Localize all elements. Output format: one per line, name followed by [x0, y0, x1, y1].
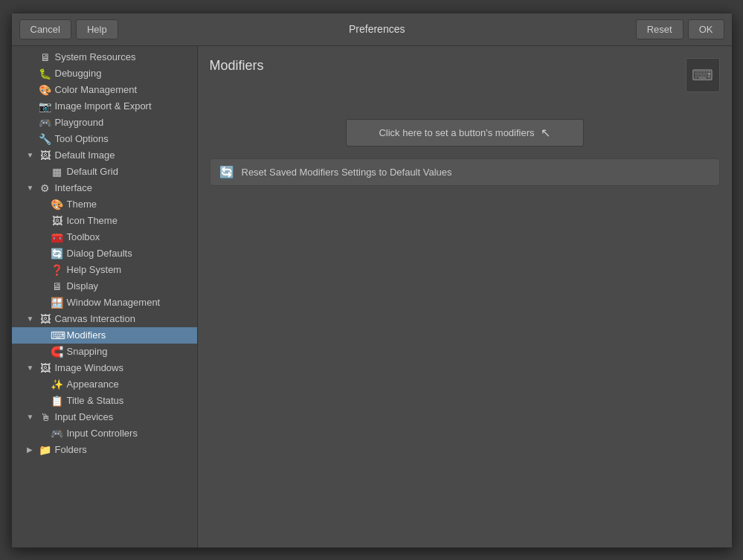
- sidebar: 🖥System Resources🐛Debugging🎨Color Manage…: [12, 46, 198, 547]
- icon-appearance: ✨: [51, 379, 64, 390]
- label-debugging: Debugging: [55, 68, 102, 79]
- dialog-title: Preferences: [123, 23, 631, 35]
- sidebar-item-color-management[interactable]: 🎨Color Management: [12, 82, 197, 98]
- arrow-default-image: ▼: [27, 151, 36, 159]
- icon-default-grid: ▦: [51, 166, 64, 178]
- icon-icon-theme: 🖼: [51, 215, 64, 227]
- label-help-system: Help System: [67, 264, 122, 275]
- sidebar-item-input-devices[interactable]: ▼🖱Input Devices: [12, 409, 197, 425]
- help-button[interactable]: Help: [76, 19, 118, 39]
- sidebar-item-tool-options[interactable]: 🔧Tool Options: [12, 131, 197, 147]
- label-snapping: Snapping: [67, 346, 108, 357]
- icon-debugging: 🐛: [39, 68, 52, 80]
- panel-icon: ⌨: [686, 58, 720, 92]
- icon-system-resources: 🖥: [39, 51, 52, 63]
- icon-interface: ⚙: [39, 182, 52, 194]
- modifiers-icon: ⌨: [692, 66, 713, 84]
- label-tool-options: Tool Options: [55, 133, 109, 144]
- sidebar-item-interface[interactable]: ▼⚙Interface: [12, 180, 197, 196]
- sidebar-item-dialog-defaults[interactable]: 🔄Dialog Defaults: [12, 245, 197, 262]
- label-toolbox: Toolbox: [67, 231, 100, 242]
- label-input-controllers: Input Controllers: [67, 428, 138, 439]
- label-display: Display: [67, 280, 99, 292]
- label-image-import-export: Image Import & Export: [55, 100, 152, 112]
- sidebar-item-image-windows[interactable]: ▼🖼Image Windows: [12, 360, 197, 376]
- label-appearance: Appearance: [67, 379, 119, 390]
- content-area: 🖥System Resources🐛Debugging🎨Color Manage…: [12, 46, 732, 547]
- sidebar-item-icon-theme[interactable]: 🖼Icon Theme: [12, 213, 197, 229]
- sidebar-item-title-status[interactable]: 📋Title & Status: [12, 393, 197, 409]
- ok-button[interactable]: OK: [688, 19, 724, 39]
- panel-title: Modifiers: [210, 58, 264, 74]
- label-default-grid: Default Grid: [67, 166, 118, 177]
- cancel-button[interactable]: Cancel: [19, 19, 71, 39]
- sidebar-item-snapping[interactable]: 🧲Snapping: [12, 344, 197, 360]
- icon-tool-options: 🔧: [39, 133, 52, 145]
- icon-image-import-export: 📷: [39, 100, 52, 112]
- icon-display: 🖥: [51, 280, 64, 292]
- label-window-management: Window Management: [67, 297, 161, 308]
- sidebar-item-folders[interactable]: ▶📁Folders: [12, 442, 197, 458]
- sidebar-item-display[interactable]: 🖥Display: [12, 278, 197, 295]
- sidebar-item-toolbox[interactable]: 🧰Toolbox: [12, 229, 197, 245]
- icon-input-controllers: 🎮: [51, 428, 64, 440]
- reset-icon: 🔄: [219, 165, 234, 179]
- label-default-image: Default Image: [55, 149, 115, 161]
- label-playground: Playground: [55, 117, 104, 128]
- arrow-input-devices: ▼: [27, 413, 36, 421]
- label-icon-theme: Icon Theme: [67, 215, 118, 226]
- main-panel: Modifiers ⌨ Click here to set a button's…: [198, 46, 732, 547]
- label-interface: Interface: [55, 182, 93, 193]
- icon-snapping: 🧲: [51, 346, 64, 358]
- icon-window-management: 🪟: [51, 297, 64, 309]
- label-dialog-defaults: Dialog Defaults: [67, 248, 132, 259]
- reset-label: Reset Saved Modifiers Settings to Defaul…: [242, 167, 452, 178]
- arrow-interface: ▼: [27, 184, 36, 192]
- icon-modifiers: ⌨: [51, 329, 64, 341]
- sidebar-item-modifiers[interactable]: ⌨Modifiers: [12, 327, 197, 344]
- arrow-image-windows: ▼: [27, 364, 36, 372]
- icon-default-image: 🖼: [39, 149, 52, 161]
- label-modifiers: Modifiers: [67, 329, 106, 341]
- sidebar-item-input-controllers[interactable]: 🎮Input Controllers: [12, 425, 197, 442]
- sidebar-item-image-import-export[interactable]: 📷Image Import & Export: [12, 98, 197, 115]
- panel-body: Click here to set a button's modifiers ↖…: [210, 119, 720, 186]
- sidebar-item-help-system[interactable]: ❓Help System: [12, 262, 197, 278]
- label-input-devices: Input Devices: [55, 411, 114, 422]
- icon-input-devices: 🖱: [39, 411, 52, 423]
- titlebar-right: Reset OK: [636, 19, 724, 39]
- arrow-canvas-interaction: ▼: [27, 315, 36, 323]
- icon-title-status: 📋: [51, 395, 64, 407]
- reset-modifiers-row[interactable]: 🔄 Reset Saved Modifiers Settings to Defa…: [210, 158, 720, 186]
- sidebar-item-debugging[interactable]: 🐛Debugging: [12, 65, 197, 82]
- icon-playground: 🎮: [39, 117, 52, 129]
- icon-color-management: 🎨: [39, 84, 52, 96]
- reset-button[interactable]: Reset: [636, 19, 684, 39]
- sidebar-item-playground[interactable]: 🎮Playground: [12, 115, 197, 131]
- label-folders: Folders: [55, 444, 87, 455]
- label-title-status: Title & Status: [67, 395, 124, 406]
- sidebar-item-appearance[interactable]: ✨Appearance: [12, 376, 197, 393]
- cursor-icon: ↖: [541, 126, 550, 140]
- label-color-management: Color Management: [55, 84, 138, 95]
- label-system-resources: System Resources: [55, 51, 136, 62]
- titlebar: Cancel Help Preferences Reset OK: [12, 13, 732, 46]
- icon-theme: 🎨: [51, 199, 64, 210]
- sidebar-item-window-management[interactable]: 🪟Window Management: [12, 295, 197, 311]
- icon-help-system: ❓: [51, 264, 64, 276]
- icon-toolbox: 🧰: [51, 231, 64, 243]
- sidebar-item-theme[interactable]: 🎨Theme: [12, 196, 197, 213]
- button-label: Click here to set a button's modifiers: [379, 127, 534, 138]
- sidebar-item-default-image[interactable]: ▼🖼Default Image: [12, 147, 197, 164]
- sidebar-item-canvas-interaction[interactable]: ▼🖼Canvas Interaction: [12, 311, 197, 327]
- sidebar-item-default-grid[interactable]: ▦Default Grid: [12, 164, 197, 180]
- icon-canvas-interaction: 🖼: [39, 313, 52, 325]
- sidebar-item-system-resources[interactable]: 🖥System Resources: [12, 49, 197, 65]
- set-modifiers-button[interactable]: Click here to set a button's modifiers ↖: [346, 119, 584, 147]
- icon-folders: 📁: [39, 444, 52, 456]
- label-canvas-interaction: Canvas Interaction: [55, 313, 135, 324]
- icon-dialog-defaults: 🔄: [51, 248, 64, 260]
- icon-image-windows: 🖼: [39, 362, 52, 374]
- label-image-windows: Image Windows: [55, 362, 123, 373]
- preferences-dialog: Cancel Help Preferences Reset OK 🖥System…: [11, 13, 733, 548]
